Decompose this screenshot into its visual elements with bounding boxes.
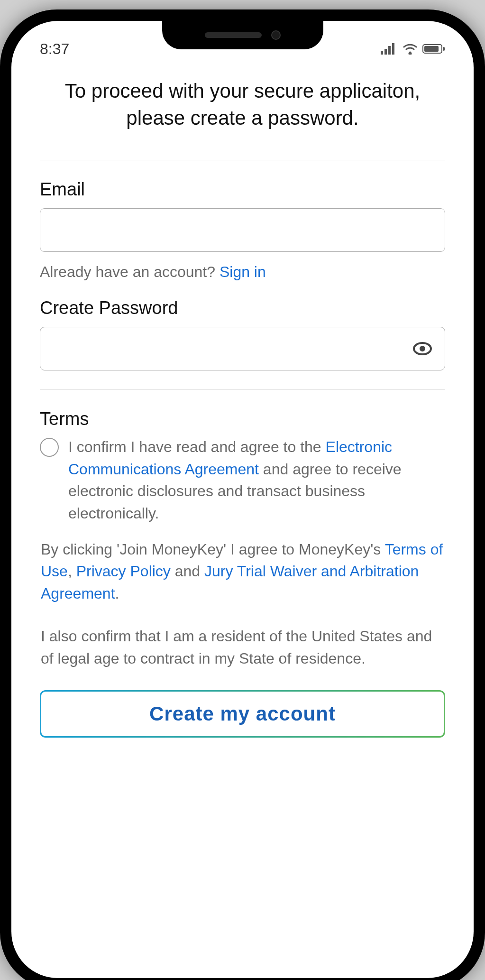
phone-notch (162, 21, 323, 49)
battery-icon (422, 43, 445, 55)
resident-paragraph: I also confirm that I am a resident of t… (40, 625, 445, 669)
svg-rect-3 (392, 43, 394, 55)
svg-rect-7 (443, 47, 445, 51)
front-camera (271, 30, 281, 40)
divider (40, 160, 445, 160)
phone-device-frame: 8:37 To proceed (0, 9, 485, 980)
email-input[interactable] (40, 208, 445, 252)
email-label: Email (40, 179, 445, 200)
page-heading: To proceed with your secure applicaiton,… (40, 78, 445, 131)
terms-confirm-radio[interactable] (40, 438, 59, 457)
terms-confirm-text: I confirm I have read and agree to the E… (68, 436, 445, 524)
password-input[interactable] (40, 327, 445, 370)
already-have-text: Already have an account? (40, 263, 220, 280)
cellular-signal-icon (381, 43, 398, 55)
by-clicking-prefix: By clicking 'Join MoneyKey' I agree to M… (41, 541, 385, 558)
svg-point-4 (409, 52, 412, 54)
create-account-button[interactable]: Create my account (40, 690, 445, 738)
terms-heading: Terms (40, 409, 445, 429)
create-account-label: Create my account (41, 692, 444, 736)
password-field-group: Create Password (40, 298, 445, 370)
signin-helper: Already have an account? Sign in (40, 263, 445, 281)
eye-toggle-icon[interactable] (413, 342, 432, 355)
phone-screen: 8:37 To proceed (11, 21, 474, 978)
svg-point-9 (420, 346, 425, 351)
speaker-grille (205, 32, 262, 38)
period: . (115, 585, 119, 602)
confirm-prefix: I confirm I have read and agree to the (68, 438, 326, 455)
terms-section: Terms I confirm I have read and agree to… (40, 409, 445, 669)
divider (40, 389, 445, 390)
status-icons (381, 43, 445, 55)
page-content: To proceed with your secure applicaiton,… (11, 64, 474, 738)
email-field-group: Email Already have an account? Sign in (40, 179, 445, 281)
by-clicking-paragraph: By clicking 'Join MoneyKey' I agree to M… (40, 538, 445, 604)
terms-confirm-row: I confirm I have read and agree to the E… (40, 436, 445, 524)
status-time: 8:37 (40, 40, 69, 58)
svg-rect-2 (388, 46, 391, 55)
svg-rect-1 (384, 49, 387, 55)
and-text: and (171, 563, 204, 580)
comma: , (68, 563, 76, 580)
password-label: Create Password (40, 298, 445, 318)
wifi-icon (403, 43, 418, 55)
privacy-policy-link[interactable]: Privacy Policy (76, 563, 171, 580)
svg-rect-0 (381, 51, 383, 55)
svg-rect-6 (424, 46, 439, 52)
sign-in-link[interactable]: Sign in (220, 263, 266, 280)
